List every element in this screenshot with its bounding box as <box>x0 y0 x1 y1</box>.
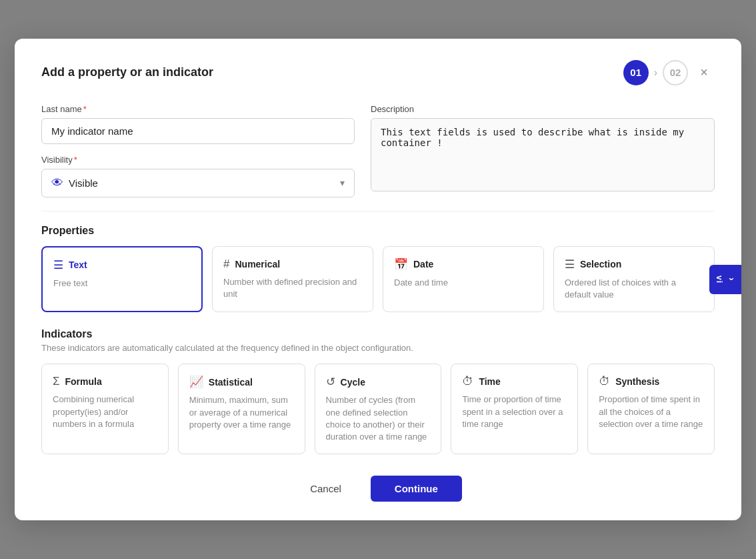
indicator-card-header-statistical: 📈 Statistical <box>189 375 294 389</box>
description-label: Description <box>371 104 715 114</box>
property-card-date[interactable]: 📅 Date Date and time <box>383 246 544 312</box>
clock-icon: ⏱ <box>462 375 473 388</box>
property-card-selection[interactable]: ☰ Selection Ordered list of choices with… <box>553 246 715 312</box>
side-tab[interactable]: › vi <box>709 265 741 294</box>
indicators-subtitle: These indicators are automatically calcu… <box>41 343 715 353</box>
properties-grid: ☰ Text Free text # Numerical Number with… <box>41 246 715 312</box>
indicator-desc-synthesis: Proportion of time spent in all the choi… <box>599 394 703 430</box>
property-title-date: Date <box>413 259 433 269</box>
add-property-modal: › vi Add a property or an indicator 01 ›… <box>15 39 741 520</box>
indicator-desc-formula: Combining numerical property(ies) and/or… <box>53 394 157 430</box>
hash-icon: # <box>223 257 229 271</box>
divider <box>41 211 715 211</box>
visibility-value: Visible <box>69 177 335 189</box>
indicator-card-statistical[interactable]: 📈 Statistical Minimum, maximum, sum or a… <box>178 364 305 454</box>
synthesis-icon: ⏱ <box>599 375 610 388</box>
side-tab-label: vi <box>715 275 724 284</box>
close-button[interactable]: × <box>693 62 715 83</box>
form-left-column: Last name* Visibility* 👁 Visible ▾ <box>41 104 355 197</box>
indicator-card-cycle[interactable]: ↺ Cycle Number of cycles (from one defin… <box>315 364 442 454</box>
indicator-title-time: Time <box>479 376 500 387</box>
indicator-card-header-cycle: ↺ Cycle <box>326 375 431 389</box>
property-desc-selection: Ordered list of choices with a default v… <box>565 277 703 301</box>
text-icon: ☰ <box>53 258 63 272</box>
last-name-label: Last name* <box>41 104 355 114</box>
step-arrow: › <box>654 67 657 79</box>
continue-button[interactable]: Continue <box>371 476 462 502</box>
property-title-text: Text <box>69 259 87 270</box>
description-textarea[interactable] <box>371 118 715 191</box>
list-icon: ☰ <box>565 257 575 271</box>
indicator-desc-statistical: Minimum, maximum, sum or average of a nu… <box>189 394 294 431</box>
indicator-card-header-time: ⏱ Time <box>462 375 567 388</box>
eye-icon: 👁 <box>51 176 63 190</box>
indicator-card-synthesis[interactable]: ⏱ Synthesis Proportion of time spent in … <box>587 364 715 454</box>
indicator-desc-time: Time or proportion of time spent in a se… <box>462 394 567 430</box>
indicator-title-statistical: Statistical <box>209 377 253 388</box>
visibility-label: Visibility* <box>41 155 355 165</box>
property-desc-date: Date and time <box>394 277 533 289</box>
last-name-input[interactable] <box>41 118 355 144</box>
chevron-down-icon: ▾ <box>340 177 345 188</box>
visibility-field-group: Visibility* 👁 Visible ▾ <box>41 155 355 197</box>
indicator-card-time[interactable]: ⏱ Time Time or proportion of time spent … <box>451 364 578 454</box>
property-card-text[interactable]: ☰ Text Free text <box>41 246 203 312</box>
properties-section-title: Properties <box>41 225 715 237</box>
form-section: Last name* Visibility* 👁 Visible ▾ D <box>41 104 715 197</box>
step-2: 02 <box>663 60 688 85</box>
indicator-title-cycle: Cycle <box>341 377 365 388</box>
indicators-section-title: Indicators <box>41 328 715 340</box>
cancel-button[interactable]: Cancel <box>294 476 357 501</box>
cycle-icon: ↺ <box>326 375 335 389</box>
property-title-selection: Selection <box>580 259 621 269</box>
calendar-icon: 📅 <box>394 257 408 271</box>
visibility-select[interactable]: 👁 Visible ▾ <box>41 169 355 197</box>
form-right-column: Description <box>371 104 715 197</box>
sigma-icon: Σ <box>53 375 60 388</box>
indicator-card-header-synthesis: ⏱ Synthesis <box>599 375 703 388</box>
indicator-title-formula: Formula <box>65 376 102 387</box>
modal-title: Add a property or an indicator <box>41 65 213 79</box>
indicator-card-formula[interactable]: Σ Formula Combining numerical property(i… <box>41 364 169 454</box>
property-card-header-text: ☰ Text <box>53 258 191 272</box>
chart-icon: 📈 <box>189 375 203 389</box>
property-desc-text: Free text <box>53 277 191 290</box>
stepper: 01 › 02 × <box>623 60 715 85</box>
side-tab-arrow: › <box>727 277 737 282</box>
indicator-title-synthesis: Synthesis <box>615 376 659 387</box>
property-desc-numerical: Number with defined precision and unit <box>223 276 362 300</box>
indicator-card-header-formula: Σ Formula <box>53 375 157 388</box>
property-card-header-selection: ☰ Selection <box>565 257 703 271</box>
property-title-numerical: Numerical <box>235 259 280 269</box>
last-name-field-group: Last name* <box>41 104 355 144</box>
modal-footer: Cancel Continue <box>41 473 715 502</box>
property-card-numerical[interactable]: # Numerical Number with defined precisio… <box>212 246 373 312</box>
property-card-header-date: 📅 Date <box>394 257 533 271</box>
property-card-header-numerical: # Numerical <box>223 257 362 271</box>
modal-header: Add a property or an indicator 01 › 02 × <box>41 60 715 85</box>
indicator-desc-cycle: Number of cycles (from one defined selec… <box>326 394 431 443</box>
indicators-grid: Σ Formula Combining numerical property(i… <box>41 364 715 454</box>
step-1: 01 <box>623 60 649 85</box>
